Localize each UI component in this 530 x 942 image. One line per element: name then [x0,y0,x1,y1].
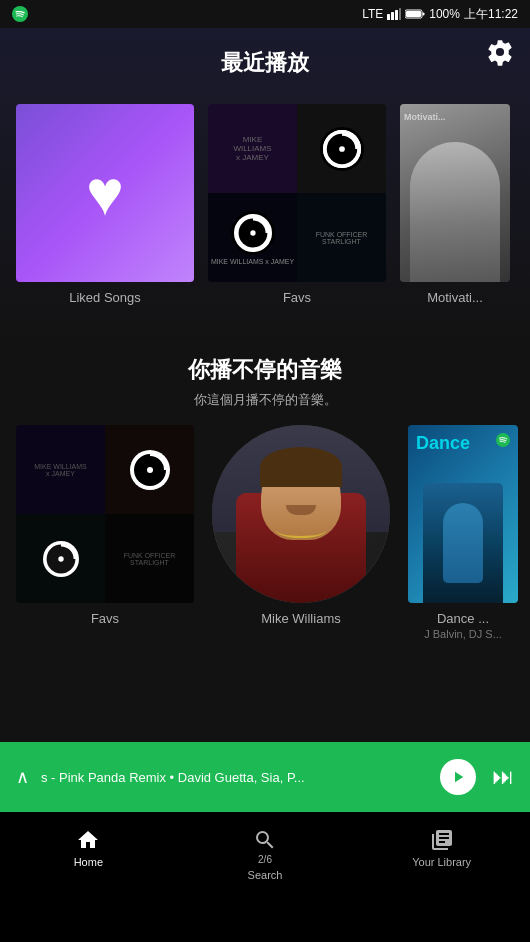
mike-williams-item[interactable]: Mike Williams [212,425,390,640]
track-name: s - Pink Panda Remix • David Guetta, Sia… [41,770,428,785]
battery-percent: 100% [429,7,460,21]
liked-songs-item[interactable]: ♥ Liked Songs [16,104,194,305]
nav-library[interactable]: Your Library [353,828,530,868]
svg-rect-7 [423,13,425,16]
section1-title: 最近播放 [16,48,514,78]
fc-cell-tl: MIKE WILLIAMSx JAMEY [16,425,105,514]
search-progress: 2/6 [258,854,272,865]
skip-next-button[interactable]: ⏭ [492,764,514,790]
dance-label: Dance ... [408,611,518,626]
home-label: Home [74,856,103,868]
lte-indicator: LTE [362,7,383,21]
spinnin-logo-3 [130,450,170,490]
now-playing-bar[interactable]: ∧ s - Pink Panda Remix • David Guetta, S… [0,742,530,812]
fc-cell-br: FUNK OFFICERSTARLIGHT [105,514,194,603]
play-icon [449,768,467,786]
continuous-music-grid: MIKE WILLIAMSx JAMEY [0,425,530,640]
favs-cover: MIKEWILLIAMSx JAMEY [208,104,386,282]
liked-songs-cover: ♥ [16,104,194,282]
section2-subtitle: 你這個月播不停的音樂。 [16,391,514,409]
recently-played-grid: ♥ Liked Songs MIKEWILLIAMSx JAMEY [16,104,514,305]
favs2-cover: MIKE WILLIAMSx JAMEY [16,425,194,603]
svg-rect-4 [399,8,401,20]
favs2-item[interactable]: MIKE WILLIAMSx JAMEY [16,425,194,640]
nav-search[interactable]: 2/6 Search [177,828,354,881]
nav-home[interactable]: Home [0,828,177,868]
spinnin-logo-2 [231,211,275,255]
continuous-music-section: 你播不停的音樂 你這個月播不停的音樂。 MIKE WILLIAMSx JAMEY [0,335,530,640]
status-bar: LTE 100% 上午11:22 [0,0,530,28]
motivation-label: Motivati... [400,290,510,305]
svg-rect-2 [391,12,394,20]
search-icon [253,828,277,852]
dance-item[interactable]: Dance Dance ... J Balvin, DJ S... [408,425,518,640]
favs-label: Favs [208,290,386,305]
mike-williams-label: Mike Williams [212,611,390,626]
dance-sublabel: J Balvin, DJ S... [408,628,518,640]
fc-cell-bl [16,514,105,603]
favs2-label: Favs [16,611,194,626]
svg-rect-6 [406,11,421,17]
heart-icon: ♥ [86,156,124,230]
fc-cell-tr [105,425,194,514]
spinnin-logo [320,127,364,171]
svg-point-13 [250,230,255,235]
svg-rect-1 [387,14,390,20]
spinnin-logo-4 [43,541,79,577]
settings-button[interactable] [486,38,514,66]
svg-rect-3 [395,10,398,20]
home-icon [76,828,100,852]
recently-played-section: ♥ Liked Songs MIKEWILLIAMSx JAMEY [0,104,530,305]
dance-text: Dance [416,433,470,455]
spotify-icon [12,6,28,22]
svg-point-19 [58,556,63,561]
battery-icon [405,9,425,19]
collage-cell-tl: MIKEWILLIAMSx JAMEY [208,104,297,193]
collage-cell-br: FUNK OFFICERSTARLIGHT [297,193,386,282]
time: 上午11:22 [464,6,518,23]
favs-item[interactable]: MIKEWILLIAMSx JAMEY [208,104,386,305]
search-label: Search [248,869,283,881]
playback-controls: ⏭ [440,759,514,795]
track-info: s - Pink Panda Remix • David Guetta, Sia… [41,770,428,785]
motivation-cover: Motivati... [400,104,510,282]
collage-cell-bl: MIKE WILLIAMS x JAMEY [208,193,297,282]
library-label: Your Library [412,856,471,868]
section2-title: 你播不停的音樂 [16,355,514,385]
continuous-music-header: 你播不停的音樂 你這個月播不停的音樂。 [0,335,530,425]
bottom-navigation: Home 2/6 Search Your Library [0,812,530,942]
chevron-up-icon[interactable]: ∧ [16,766,29,788]
liked-songs-label: Liked Songs [16,290,194,305]
spotify-small-icon [496,433,510,447]
play-button[interactable] [440,759,476,795]
main-content: 最近播放 ♥ Liked Songs MIKEWILLIAMSx JAMEY [0,28,530,812]
recently-played-header: 最近播放 [0,28,530,94]
library-icon [430,828,454,852]
collage-cell-tr [297,104,386,193]
svg-point-10 [339,146,345,152]
dance-cover: Dance [408,425,518,603]
motivation-item[interactable]: Motivati... Motivati... [400,104,510,305]
mike-williams-cover [212,425,390,603]
signal-icon [387,8,401,20]
svg-point-16 [147,467,153,473]
